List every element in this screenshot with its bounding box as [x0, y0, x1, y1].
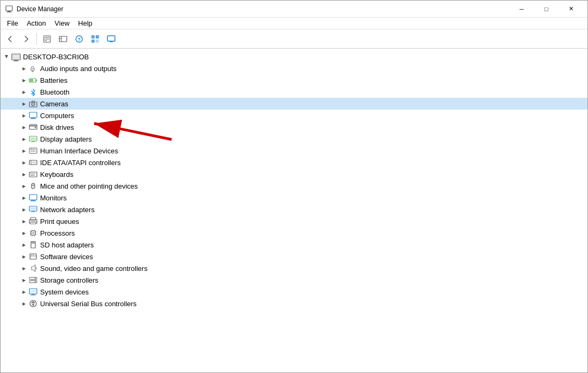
label-print: Print queues	[40, 217, 79, 226]
chevron-display: ▶	[20, 135, 28, 143]
menu-bar: File Action View Help	[1, 18, 587, 29]
svg-rect-23	[32, 66, 34, 69]
chevron-hid: ▶	[20, 146, 28, 155]
menu-view[interactable]: View	[50, 18, 74, 28]
svg-marker-84	[32, 265, 35, 271]
icon-computers	[28, 111, 38, 120]
svg-rect-57	[29, 195, 37, 200]
tree-item-disk[interactable]: ▶ Disk drives	[1, 121, 587, 133]
label-ide: IDE ATA/ATAPI controllers	[40, 159, 121, 167]
label-batteries: Batteries	[40, 76, 67, 84]
label-mice: Mice and other pointing devices	[40, 182, 138, 190]
svg-point-87	[35, 278, 36, 279]
svg-text:?: ?	[78, 37, 81, 42]
tree-item-print[interactable]: ▶ Print queues	[1, 215, 587, 227]
icon-audio	[28, 64, 38, 73]
tree-item-ide[interactable]: ▶ IDE ATA/ATAPI controllers	[1, 157, 587, 168]
root-chevron: ▶	[3, 52, 11, 61]
svg-point-31	[33, 104, 34, 105]
icon-storage	[28, 275, 38, 285]
chevron-keyboards: ▶	[20, 170, 28, 178]
tree-item-bluetooth[interactable]: ▶ Bluetooth	[1, 86, 587, 98]
label-computers: Computers	[40, 112, 74, 120]
icon-system	[28, 287, 38, 297]
minimize-button[interactable]: ─	[509, 1, 534, 18]
menu-action[interactable]: Action	[22, 18, 50, 28]
icon-bluetooth	[28, 87, 38, 97]
svg-rect-52	[30, 175, 35, 176]
chevron-network: ▶	[20, 205, 28, 214]
svg-rect-47	[32, 161, 36, 164]
svg-point-82	[31, 254, 32, 255]
icon-ide	[28, 158, 38, 167]
chevron-sound: ▶	[20, 264, 28, 273]
icon-software	[28, 252, 38, 261]
label-display: Display adapters	[40, 135, 92, 143]
app-icon	[5, 5, 13, 13]
tree-item-audio[interactable]: ▶ Audio inputs and outputs	[1, 63, 587, 74]
svg-rect-51	[34, 173, 35, 174]
label-keyboards: Keyboards	[40, 170, 73, 178]
menu-help[interactable]: Help	[74, 18, 97, 28]
chevron-storage: ▶	[20, 276, 28, 284]
svg-rect-44	[30, 149, 32, 150]
icon-sound	[28, 263, 38, 273]
tree-item-hid[interactable]: ▶ Human Interface Devices	[1, 145, 587, 157]
close-button[interactable]: ✕	[559, 1, 583, 18]
icon-hid	[28, 146, 38, 156]
showhide-button[interactable]	[88, 32, 103, 46]
svg-rect-16	[107, 36, 115, 41]
tree-item-display[interactable]: ▶ Display adapters	[1, 133, 587, 145]
svg-rect-7	[59, 36, 67, 42]
forward-button[interactable]	[19, 32, 34, 46]
tree-item-sound[interactable]: ▶ Sound, video and game controllers	[1, 262, 587, 274]
display-button[interactable]	[104, 32, 119, 46]
label-usb: Universal Serial Bus controllers	[40, 300, 137, 308]
svg-rect-61	[30, 207, 36, 210]
tree-item-batteries[interactable]: ▶ Batteries	[1, 74, 587, 86]
root-icon	[11, 52, 21, 61]
device-manager-window: Device Manager ─ □ ✕ File Action View He…	[0, 0, 588, 373]
tree-item-usb[interactable]: ▶ Universal Serial Bus controllers	[1, 298, 587, 309]
chevron-usb: ▶	[20, 299, 28, 308]
tree-item-keyboards[interactable]: ▶ Keyboards	[1, 168, 587, 180]
chevron-batteries: ▶	[20, 76, 28, 84]
label-cameras: Cameras	[40, 100, 68, 108]
tree-item-storage[interactable]: ▶ Storage controllers	[1, 274, 587, 286]
tree-item-monitors[interactable]: ▶ Monitors	[1, 192, 587, 204]
svg-rect-39	[30, 137, 36, 140]
tree-item-cameras[interactable]: ▶ Cameras	[1, 98, 587, 110]
svg-rect-13	[96, 35, 99, 38]
label-monitors: Monitors	[40, 194, 67, 202]
label-network: Network adapters	[40, 206, 95, 214]
tree-item-software[interactable]: ▶ Software devices	[1, 251, 587, 262]
chevron-print: ▶	[20, 217, 28, 226]
label-bluetooth: Bluetooth	[40, 88, 69, 96]
chevron-computers: ▶	[20, 111, 28, 120]
tree-item-processors[interactable]: ▶ Processors	[1, 227, 587, 239]
tree-item-computers[interactable]: ▶ Computers	[1, 110, 587, 121]
root-node[interactable]: ▶ DESKTOP-B3CRIOB	[1, 51, 587, 63]
maximize-button[interactable]: □	[534, 1, 559, 18]
tree-item-sd[interactable]: ▶ SD host adapters	[1, 239, 587, 251]
toolbar-separator-1	[36, 33, 37, 45]
svg-rect-32	[29, 112, 37, 118]
device-tree[interactable]: ▶ DESKTOP-B3CRIOB ▶	[1, 49, 587, 372]
tree-item-system[interactable]: ▶ System devices	[1, 286, 587, 298]
chevron-system: ▶	[20, 287, 28, 296]
menu-file[interactable]: File	[3, 18, 22, 28]
help-button[interactable]: ?	[72, 32, 87, 46]
svg-point-83	[33, 254, 34, 255]
update-button[interactable]	[56, 32, 71, 46]
icon-print	[28, 216, 38, 226]
icon-display	[28, 134, 38, 144]
tree-item-mice[interactable]: ▶ Mice and other pointing devices	[1, 180, 587, 192]
chevron-sd: ▶	[20, 240, 28, 249]
tree-item-network[interactable]: ▶ Network adapters	[1, 204, 587, 215]
chevron-mice: ▶	[20, 182, 28, 190]
label-sound: Sound, video and game controllers	[40, 265, 148, 273]
svg-rect-48	[29, 172, 37, 177]
back-button[interactable]	[3, 32, 18, 46]
title-bar: Device Manager ─ □ ✕	[1, 1, 587, 18]
properties-button[interactable]	[40, 32, 55, 46]
